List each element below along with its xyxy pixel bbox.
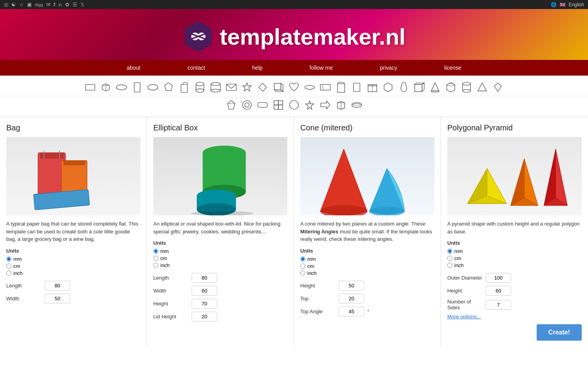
card-elliptical-height-input[interactable] <box>192 299 217 309</box>
card-cone-unit-cm[interactable]: cm <box>300 263 434 269</box>
card-cone-mitered: Cone (mitered) A cone mitered by two pla… <box>294 117 441 347</box>
nav-follow-me[interactable]: follow me <box>286 60 356 76</box>
card-bag-width-input[interactable] <box>45 294 70 303</box>
topbar-icon-pinterest[interactable]: ✿ <box>65 2 69 7</box>
card-elliptical-unit-inch[interactable]: inch <box>153 262 287 268</box>
card-pyramid-unit-inch[interactable]: inch <box>447 262 582 268</box>
shape-icon-box3d[interactable] <box>99 80 113 94</box>
svg-point-42 <box>447 84 455 86</box>
card-pyramid-image <box>447 137 582 215</box>
shape-icon-ring[interactable] <box>240 98 254 112</box>
shape-icon-cube[interactable] <box>271 80 285 94</box>
nav-help[interactable]: help <box>229 60 286 76</box>
shape-icon-ellip-cyl[interactable] <box>209 80 223 94</box>
svg-point-27 <box>305 85 315 90</box>
shape-icon-cylinder[interactable] <box>193 80 207 94</box>
shape-icon-circle[interactable] <box>287 98 301 112</box>
nav-license[interactable]: license <box>421 60 485 76</box>
shape-icon-tray[interactable] <box>83 80 97 94</box>
card-cone-height-label: Height <box>300 283 336 289</box>
shape-icon-hexbox[interactable] <box>381 80 395 94</box>
topbar-icon-3[interactable]: ☆ <box>19 2 24 7</box>
shape-icon-heart[interactable] <box>287 80 301 94</box>
shape-icon-cone[interactable] <box>428 80 442 94</box>
shape-icon-diamond[interactable] <box>256 80 270 94</box>
card-pyramid-height-label: Height <box>447 288 483 294</box>
shape-icon-star2[interactable] <box>303 98 317 112</box>
card-pyramid-unit-cm[interactable]: cm <box>447 255 582 261</box>
shape-icon-open-box[interactable] <box>334 98 348 112</box>
shape-icon-bag[interactable] <box>177 80 191 94</box>
shape-icon-flatbox[interactable] <box>114 80 129 94</box>
shape-toolbar-row2 <box>0 96 588 117</box>
svg-point-20 <box>211 89 220 92</box>
language-label[interactable]: English <box>569 2 584 7</box>
shape-icon-arrow[interactable] <box>318 98 332 112</box>
globe-icon[interactable]: 🌐 <box>551 2 557 7</box>
shape-icon-rect-tube[interactable] <box>130 80 144 94</box>
card-elliptical-unit-mm[interactable]: mm <box>153 248 287 254</box>
nav-privacy[interactable]: privacy <box>356 60 421 76</box>
shape-icon-envelope[interactable] <box>224 80 238 94</box>
card-elliptical-width-input[interactable] <box>192 286 217 296</box>
card-elliptical-height-row: Height <box>153 299 287 309</box>
shape-icon-cylinder2[interactable] <box>459 80 474 94</box>
shape-icon-3d-box2[interactable] <box>412 80 426 94</box>
card-elliptical-unit-cm[interactable]: cm <box>153 255 287 261</box>
topbar-icon-reddit[interactable]: ☰ <box>73 2 77 7</box>
shape-icon-oval-flat[interactable] <box>303 80 317 94</box>
card-bag-unit-mm[interactable]: mm <box>6 256 140 262</box>
card-pyramid-outerdiameter-input[interactable] <box>486 273 511 283</box>
shape-icon-pyramid[interactable] <box>475 80 489 94</box>
card-cone-unit-mm[interactable]: mm <box>300 256 434 262</box>
shape-icon-pillow[interactable] <box>256 98 270 112</box>
nav-contact[interactable]: contact <box>164 60 229 76</box>
shape-icon-pentagon-tube[interactable] <box>162 80 176 94</box>
card-pyramid-outerdiameter-label: Outer Diameter <box>447 275 483 281</box>
shape-icon-box-flat2[interactable] <box>318 80 332 94</box>
card-pyramid-more-options[interactable]: More options... <box>447 314 582 320</box>
shape-icon-diamond2[interactable] <box>491 80 505 94</box>
card-cone-top-input[interactable] <box>339 294 364 303</box>
shape-icon-flat-oval[interactable] <box>350 98 364 112</box>
card-pyramid-height-input[interactable] <box>486 286 511 296</box>
shape-icon-gift-box[interactable] <box>365 80 379 94</box>
card-pyramid-unit-mm[interactable]: mm <box>447 248 582 254</box>
svg-marker-48 <box>494 83 501 92</box>
topbar-icon-facebook[interactable]: f <box>54 2 55 7</box>
topbar-icon-digg[interactable]: digg <box>35 2 43 7</box>
card-cone-unit-inch[interactable]: inch <box>300 270 434 276</box>
topbar-icon-2[interactable]: ☯ <box>11 2 16 7</box>
card-pyramid-create-button[interactable]: Create! <box>537 324 582 341</box>
card-bag-image <box>6 137 140 215</box>
shape-icon-oval[interactable] <box>146 80 160 94</box>
shape-icon-document[interactable] <box>350 80 364 94</box>
card-pyramid-numsides-input[interactable] <box>486 300 511 310</box>
topbar-icon-4[interactable]: ▣ <box>27 2 32 7</box>
shape-icon-star-shape[interactable] <box>240 80 254 94</box>
topbar-icon-1[interactable]: ◎ <box>4 2 8 7</box>
nav-about[interactable]: about <box>103 60 164 76</box>
card-bag-unit-cm[interactable]: cm <box>6 263 140 269</box>
card-bag-length-input[interactable] <box>45 281 70 291</box>
svg-marker-26 <box>274 90 283 92</box>
shape-icon-vase[interactable] <box>397 80 411 94</box>
card-elliptical-length-input[interactable] <box>192 273 217 283</box>
shape-icon-multi[interactable] <box>271 98 285 112</box>
shape-icon-paper-bag[interactable] <box>334 80 348 94</box>
card-elliptical-lidheight-input[interactable] <box>192 312 217 321</box>
card-cone-topangle-input[interactable] <box>339 307 364 316</box>
topbar-icon-linkedin[interactable]: in <box>58 2 62 7</box>
hero-banner: templatemaker.nl <box>0 9 588 60</box>
topbar-icon-twitter[interactable]: 𝕏 <box>80 2 84 7</box>
card-cone-height-input[interactable] <box>339 281 364 291</box>
shape-icon-gem[interactable] <box>224 98 238 112</box>
svg-point-10 <box>148 85 158 90</box>
shape-icon-hexbox2[interactable] <box>444 80 458 94</box>
topbar-icon-email[interactable]: ✉ <box>46 2 51 7</box>
card-pyramid-outerdiameter-row: Outer Diameter <box>447 273 582 283</box>
card-cone-top-label: Top <box>300 296 336 302</box>
svg-rect-54 <box>274 105 278 109</box>
card-bag-unit-inch[interactable]: inch <box>6 270 140 276</box>
svg-marker-90 <box>544 149 556 206</box>
